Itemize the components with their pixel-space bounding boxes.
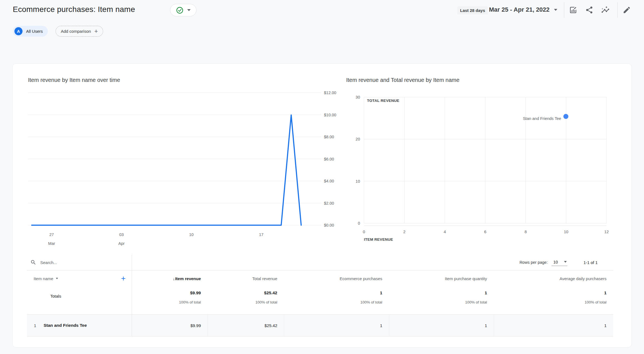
toolbar-divider <box>564 2 564 18</box>
search-icon <box>30 259 36 265</box>
totals-label: Totals <box>27 287 132 314</box>
report-status-dropdown[interactable] <box>170 4 196 16</box>
totals-item-purchase-quantity: 1100% of total <box>389 287 494 314</box>
svg-text:20: 20 <box>356 137 360 141</box>
svg-text:$4.00: $4.00 <box>324 179 334 183</box>
svg-text:Mar: Mar <box>48 241 55 246</box>
add-column-button[interactable]: + <box>121 275 126 282</box>
toolbar-divider <box>617 2 618 18</box>
svg-text:Stan and Friends Tee: Stan and Friends Tee <box>523 116 561 121</box>
row-total-revenue: $25.42 <box>208 315 284 336</box>
svg-text:10: 10 <box>356 179 360 184</box>
row-item-name: Stan and Friends Tee <box>44 323 87 328</box>
search-input[interactable] <box>40 260 118 265</box>
svg-text:$2.00: $2.00 <box>324 201 334 205</box>
svg-text:10: 10 <box>564 230 568 234</box>
page-title: Ecommerce purchases: Item name <box>13 5 135 14</box>
row-item-revenue: $9.99 <box>132 315 208 336</box>
report-card: Item revenue by Item name over time Item… <box>12 63 632 348</box>
report-table: Rows per page: 10 1-1 of 1 Item name + ↓… <box>27 255 613 337</box>
table-header-row: Item name + ↓Item revenue Total revenue … <box>27 270 613 287</box>
column-header-item-revenue[interactable]: ↓Item revenue <box>132 276 208 281</box>
svg-text:27: 27 <box>49 232 54 237</box>
column-header-total-revenue[interactable]: Total revenue <box>208 276 284 281</box>
sort-desc-icon: ↓ <box>173 276 175 281</box>
insights-button[interactable] <box>600 5 610 15</box>
add-comparison-button[interactable]: Add comparison + <box>56 26 103 37</box>
totals-average-daily-purchasers: 1100% of total <box>494 287 613 314</box>
svg-text:6: 6 <box>484 230 486 234</box>
svg-text:0: 0 <box>358 221 360 225</box>
chevron-down-icon <box>187 9 191 11</box>
table-row[interactable]: 1 Stan and Friends Tee $9.99 $25.42 1 1 … <box>27 314 613 337</box>
svg-text:$10.00: $10.00 <box>324 113 336 117</box>
customize-report-button[interactable] <box>622 5 632 15</box>
date-range-picker[interactable]: Mar 25 - Apr 21, 2022 <box>489 6 557 13</box>
column-header-ecommerce-purchases[interactable]: Ecommerce purchases <box>284 276 389 281</box>
svg-text:$8.00: $8.00 <box>324 135 334 139</box>
row-ecommerce-purchases: 1 <box>284 315 389 336</box>
rows-per-page-select[interactable]: 10 <box>551 259 567 266</box>
svg-text:30: 30 <box>356 95 360 99</box>
table-totals-row: Totals $9.99100% of total $25.42100% of … <box>27 287 613 314</box>
table-pagination: Rows per page: 10 1-1 of 1 <box>132 255 613 270</box>
row-index: 1 <box>27 323 44 328</box>
chevron-down-icon <box>554 9 557 11</box>
share-icon <box>585 6 593 14</box>
plus-icon: + <box>94 28 98 34</box>
totals-ecommerce-purchases: 1100% of total <box>284 287 389 314</box>
dimension-header-cell: Item name + <box>27 270 132 287</box>
date-range-label: Mar 25 - Apr 21, 2022 <box>489 6 550 13</box>
comparison-avatar: A <box>14 27 23 35</box>
table-toolbar-row: Rows per page: 10 1-1 of 1 <box>27 255 613 270</box>
revenue-scatter-chart[interactable]: 0246810120102030TOTAL REVENUEITEM REVENU… <box>347 91 628 255</box>
comparison-label: All Users <box>26 29 43 34</box>
chevron-down-icon <box>56 278 58 279</box>
svg-text:4: 4 <box>444 230 446 234</box>
column-header-average-daily-purchasers[interactable]: Average daily purchasers <box>494 276 613 281</box>
row-average-daily-purchasers: 1 <box>494 315 613 336</box>
table-search[interactable] <box>27 255 132 270</box>
svg-text:$0.00: $0.00 <box>324 223 334 227</box>
svg-text:8: 8 <box>525 230 527 234</box>
column-header-item-purchase-quantity[interactable]: Item purchase quantity <box>389 276 494 281</box>
svg-text:03: 03 <box>119 232 124 237</box>
ga4-report-page: Ecommerce purchases: Item name Last 28 d… <box>0 0 644 354</box>
totals-item-revenue: $9.99100% of total <box>132 287 208 314</box>
svg-text:$6.00: $6.00 <box>324 157 334 161</box>
insights-icon <box>601 6 610 14</box>
dimension-selector[interactable]: Item name <box>34 276 53 281</box>
chart-edit-icon <box>569 6 577 14</box>
date-preset-badge: Last 28 days <box>457 6 488 14</box>
line-chart-title: Item revenue by Item name over time <box>28 77 120 83</box>
rows-per-page-label: Rows per page: <box>520 260 548 265</box>
svg-text:17: 17 <box>259 232 263 237</box>
row-dimension-cell: 1 Stan and Friends Tee <box>27 315 132 336</box>
svg-text:TOTAL REVENUE: TOTAL REVENUE <box>367 99 399 103</box>
item-revenue-line-chart[interactable]: $12.00$10.00$8.00$6.00$4.00$2.00$0.0027M… <box>27 91 346 255</box>
comparison-chip-all-users[interactable]: A All Users <box>13 26 48 37</box>
svg-text:Apr: Apr <box>118 241 125 246</box>
row-item-purchase-quantity: 1 <box>389 315 494 336</box>
svg-text:$12.00: $12.00 <box>324 91 336 95</box>
pencil-icon <box>623 6 631 14</box>
edit-comparisons-button[interactable] <box>568 5 578 15</box>
share-report-button[interactable] <box>584 5 594 15</box>
pagination-range: 1-1 of 1 <box>583 260 598 265</box>
check-circle-icon <box>176 6 184 14</box>
svg-text:10: 10 <box>189 232 194 237</box>
svg-text:12: 12 <box>604 230 609 234</box>
svg-text:0: 0 <box>363 230 365 234</box>
totals-total-revenue: $25.42100% of total <box>208 287 284 314</box>
scatter-chart-title: Item revenue and Total revenue by Item n… <box>346 77 460 83</box>
svg-text:ITEM REVENUE: ITEM REVENUE <box>364 237 393 242</box>
chevron-down-icon <box>564 261 567 263</box>
svg-text:2: 2 <box>403 230 405 234</box>
